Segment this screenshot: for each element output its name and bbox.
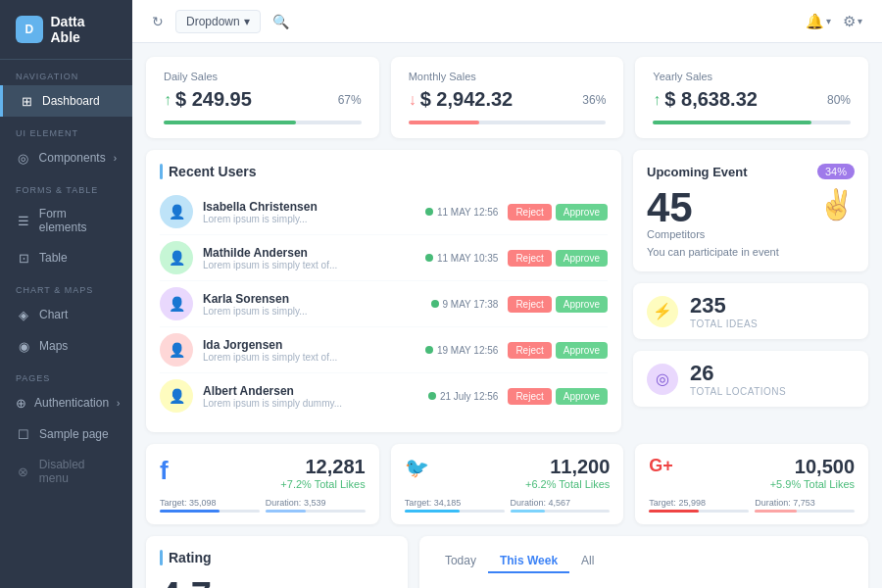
tab-all[interactable]: All [569, 550, 606, 573]
header: ↻ Dropdown ▾ 🔍 🔔 ▾ ⚙ ▾ [132, 0, 882, 43]
user-info: Ida Jorgensen Lorem ipsum is simply text… [203, 338, 425, 363]
sidebar-item-form-elements[interactable]: ☰ Form elements [0, 199, 132, 242]
stat-percent: 67% [338, 93, 362, 107]
social-bar-label: Target: 34,185 [405, 498, 505, 508]
user-info: Mathilde Andersen Lorem ipsum is simply … [203, 246, 425, 270]
sidebar-item-dashboard[interactable]: ⊞ Dashboard [0, 85, 132, 117]
stat-card-monthly: Monthly Sales ↓ $ 2,942.32 36% [391, 57, 624, 138]
sidebar-item-label: Components [39, 151, 106, 165]
avatar: 👤 [160, 379, 193, 413]
reject-button[interactable]: Reject [508, 250, 551, 267]
approve-button[interactable]: Approve [556, 250, 608, 267]
components-icon: ◎ [16, 150, 31, 166]
avatar: 👤 [160, 241, 193, 274]
recent-users-title: Recent Users [160, 164, 608, 179]
approve-button[interactable]: Approve [556, 388, 608, 405]
sidebar-item-authentication[interactable]: ⊕ Authentication › [0, 387, 132, 418]
chevron-right-icon: › [117, 398, 120, 409]
social-likes: +7.2% Total Likes [280, 478, 365, 490]
sidebar-item-label: Sample page [39, 427, 109, 441]
social-values: 11,200 +6.2% Total Likes [525, 456, 610, 490]
reject-button[interactable]: Reject [508, 204, 551, 220]
social-card-twitter: 🐦 11,200 +6.2% Total Likes Target: 34,18… [391, 444, 624, 524]
social-top: 🐦 11,200 +6.2% Total Likes [405, 456, 611, 490]
user-name: Albert Andersen [203, 384, 428, 398]
event-desc: You can participate in event [647, 246, 779, 258]
mini-stat-label: Total Locations [690, 386, 786, 397]
stat-label: Yearly Sales [653, 71, 851, 82]
mini-stat-label: Total Ideas [690, 318, 758, 329]
mini-stat-locations: ◎ 26 Total Locations [633, 351, 868, 407]
approve-button[interactable]: Approve [556, 296, 608, 313]
status-dot [425, 254, 433, 262]
chevron-down-icon: ▾ [858, 16, 862, 26]
tab-this-week[interactable]: This Week [488, 550, 569, 573]
stat-card-daily: Daily Sales ↑ $ 249.95 67% [146, 57, 379, 138]
table-row: 👤 Isabella Christensen Lorem ipsum is si… [160, 189, 608, 235]
ui-section-label: UI ELEMENT [0, 117, 132, 142]
reject-button[interactable]: Reject [508, 388, 551, 405]
event-header: Upcoming Event 34% [647, 164, 855, 179]
status-dot [425, 208, 433, 216]
chart-section-label: CHART & MAPS [0, 273, 132, 299]
stat-label: Daily Sales [164, 71, 362, 82]
stat-percent: 80% [827, 93, 851, 107]
user-date: 11 MAY 12:56 [425, 207, 498, 218]
stat-value: $ 2,942.32 [420, 88, 514, 111]
sidebar-item-table[interactable]: ⊡ Table [0, 242, 132, 273]
table-row: 👤 Ida Jorgensen Lorem ipsum is simply te… [160, 327, 608, 373]
reject-button[interactable]: Reject [508, 342, 551, 359]
maps-icon: ◉ [16, 338, 31, 354]
social-value: 10,500 [770, 456, 855, 478]
stat-label: Monthly Sales [409, 71, 607, 82]
rating-value: 4.7 [160, 575, 212, 588]
social-target-group: Target: 25,998 [649, 498, 749, 513]
dropdown-button[interactable]: Dropdown ▾ [175, 10, 261, 33]
pages-section-label: PAGES [0, 362, 132, 387]
sidebar-item-components[interactable]: ◎ Components › [0, 142, 132, 173]
mini-stat-number: 26 [690, 361, 786, 386]
table-icon: ⊡ [16, 250, 31, 266]
reject-button[interactable]: Reject [508, 296, 551, 313]
social-bar-label: Duration: 7,753 [755, 498, 855, 508]
social-bar-label: Target: 35,098 [160, 498, 260, 508]
forms-section-label: FORMS & TABLE [0, 173, 132, 199]
sidebar-item-label: Dashboard [42, 94, 100, 108]
stat-card-yearly: Yearly Sales ↑ $ 8,638.32 80% [635, 57, 868, 138]
sidebar-logo: D Datta Able [0, 0, 132, 60]
sidebar-item-chart[interactable]: ◈ Chart [0, 299, 132, 330]
refresh-icon[interactable]: ↻ [152, 14, 164, 29]
event-card: Upcoming Event 34% 45 Competitors You ca… [633, 150, 868, 271]
user-desc: Lorem ipsum is simply dummy... [203, 398, 428, 409]
recent-users-card: Recent Users 👤 Isabella Christensen Lore… [146, 150, 621, 432]
arrow-up-icon: ↑ [164, 91, 172, 109]
event-number: 45 [647, 187, 779, 228]
bell-button[interactable]: 🔔 ▾ [806, 13, 831, 30]
tab-today[interactable]: Today [433, 550, 488, 573]
bottom-row: Rating 4.7 ★ 0.4 ▲ Today This Week All U… [146, 536, 868, 588]
sidebar-item-sample-page[interactable]: ☐ Sample page [0, 418, 132, 450]
content-area: Daily Sales ↑ $ 249.95 67% Monthly Sales… [132, 43, 882, 588]
sidebar-item-label: Authentication [34, 396, 109, 410]
user-menu-button[interactable]: ⚙ ▾ [843, 13, 862, 30]
approve-button[interactable]: Approve [556, 204, 608, 220]
dashboard-icon: ⊞ [19, 93, 34, 109]
event-badge: 34% [817, 164, 855, 179]
approve-button[interactable]: Approve [556, 342, 608, 359]
avatar: 👤 [160, 195, 193, 228]
search-icon[interactable]: 🔍 [272, 14, 289, 29]
user-info: Albert Andersen Lorem ipsum is simply du… [203, 384, 428, 409]
logo-text: Datta Able [51, 14, 118, 45]
social-top: f 12,281 +7.2% Total Likes [160, 456, 366, 490]
sidebar-item-maps[interactable]: ◉ Maps [0, 330, 132, 362]
social-bar [649, 510, 749, 513]
mini-stat-number: 235 [690, 293, 758, 318]
user-name: Ida Jorgensen [203, 338, 425, 352]
user-desc: Lorem ipsum is simply text of... [203, 352, 425, 363]
status-dot [431, 300, 439, 308]
chevron-down-icon: ▾ [826, 16, 831, 26]
user-date: 21 July 12:56 [428, 391, 499, 402]
social-card-facebook: f 12,281 +7.2% Total Likes Target: 35,09… [146, 444, 379, 524]
event-title: Upcoming Event [647, 165, 748, 179]
logo-icon: D [16, 16, 43, 43]
